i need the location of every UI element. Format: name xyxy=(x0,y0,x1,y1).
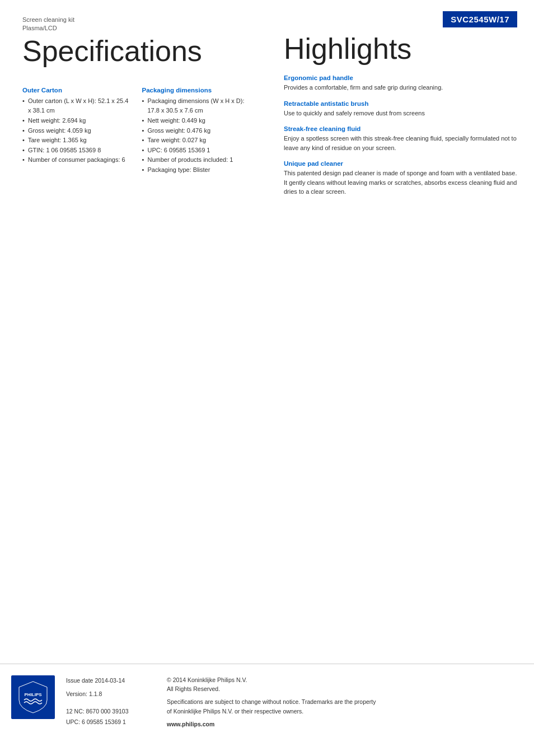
rights-text: All Rights Reserved. xyxy=(167,685,220,692)
outer-carton-col: Outer Carton Outer carton (L x W x H): 5… xyxy=(22,79,131,175)
list-item: Nett weight: 0.449 kg xyxy=(142,116,251,126)
outer-carton-heading: Outer Carton xyxy=(22,87,131,94)
product-line2: Plasma/LCD xyxy=(22,25,57,31)
list-item: Packaging dimensions (W x H x D): 17.8 x… xyxy=(142,96,251,116)
top-section: Screen cleaning kit Plasma/LCD Specifica… xyxy=(0,0,534,216)
list-item: Packaging type: Blister xyxy=(142,165,251,175)
copyright-line: © 2014 Koninklijke Philips N.V. xyxy=(167,675,380,685)
website-link[interactable]: www.philips.com xyxy=(167,720,380,729)
packaging-dim-col: Packaging dimensions Packaging dimension… xyxy=(142,79,251,175)
highlight-item-1: Ergonomic pad handle Provides a comforta… xyxy=(284,74,517,92)
issue-date-value: 2014-03-14 xyxy=(95,677,125,684)
left-column: Screen cleaning kit Plasma/LCD Specifica… xyxy=(0,0,267,216)
highlight-heading-3: Streak-free cleaning fluid xyxy=(284,125,517,132)
version-value: 1.1.8 xyxy=(89,690,102,697)
nc-row: 12 NC: 8670 000 39103 xyxy=(66,706,150,717)
highlight-item-3: Streak-free cleaning fluid Enjoy a spotl… xyxy=(284,125,517,152)
page-wrapper: Screen cleaning kit Plasma/LCD Specifica… xyxy=(0,0,534,756)
upc-value: 6 09585 15369 1 xyxy=(82,718,126,725)
list-item: Number of consumer packagings: 6 xyxy=(22,155,131,165)
issue-label: Issue date xyxy=(66,677,93,684)
footer-dates: Issue date 2014-03-14 Version: 1.1.8 12 … xyxy=(66,675,150,728)
philips-logo-svg: PHILIPS xyxy=(16,680,50,714)
list-item: UPC: 6 09585 15369 1 xyxy=(142,146,251,156)
version-row: Version: 1.1.8 xyxy=(66,689,150,699)
list-item: Tare weight: 0.027 kg xyxy=(142,136,251,146)
list-item: Outer carton (L x W x H): 52.1 x 25.4 x … xyxy=(22,96,131,116)
highlight-text-3: Enjoy a spotless screen with this streak… xyxy=(284,134,517,152)
highlight-item-2: Retractable antistatic brush Use to quic… xyxy=(284,100,517,118)
footer-info: Issue date 2014-03-14 Version: 1.1.8 12 … xyxy=(66,675,380,729)
highlight-heading-2: Retractable antistatic brush xyxy=(284,100,517,107)
packaging-dim-heading: Packaging dimensions xyxy=(142,87,251,94)
specs-columns: Outer Carton Outer carton (L x W x H): 5… xyxy=(22,79,250,175)
nc-label: 12 NC: xyxy=(66,708,85,715)
highlight-heading-1: Ergonomic pad handle xyxy=(284,74,517,81)
highlight-item-4: Unique pad cleaner This patented design … xyxy=(284,160,517,197)
highlight-text-1: Provides a comfortable, firm and safe gr… xyxy=(284,83,517,92)
rights-line: All Rights Reserved. xyxy=(167,684,380,694)
product-line1: Screen cleaning kit xyxy=(22,16,74,23)
nc-value: 8670 000 39103 xyxy=(86,708,129,715)
upc-label: UPC: xyxy=(66,718,80,725)
upc-row: UPC: 6 09585 15369 1 xyxy=(66,717,150,727)
philips-logo: PHILIPS xyxy=(11,675,55,719)
highlight-text-2: Use to quickly and safely remove dust fr… xyxy=(284,109,517,118)
legal-text: Specifications are subject to change wit… xyxy=(167,697,380,716)
product-subtitle: Screen cleaning kit Plasma/LCD xyxy=(22,16,250,33)
list-item: Gross weight: 4.059 kg xyxy=(22,126,131,136)
version-label: Version: xyxy=(66,690,87,697)
highlight-heading-4: Unique pad cleaner xyxy=(284,160,517,167)
list-item: Number of products included: 1 xyxy=(142,155,251,165)
list-item: GTIN: 1 06 09585 15369 8 xyxy=(22,146,131,156)
list-item: Nett weight: 2.694 kg xyxy=(22,116,131,126)
footer: PHILIPS Issue date 2014-03-14 Version: 1… xyxy=(0,664,534,740)
highlights-title: Highlights xyxy=(284,34,517,63)
svg-text:PHILIPS: PHILIPS xyxy=(24,692,42,697)
copyright-text: © 2014 Koninklijke Philips N.V. xyxy=(167,676,247,683)
packaging-dim-list: Packaging dimensions (W x H x D): 17.8 x… xyxy=(142,96,251,175)
list-item: Tare weight: 1.365 kg xyxy=(22,136,131,146)
footer-legal: © 2014 Koninklijke Philips N.V. All Righ… xyxy=(167,675,380,729)
highlight-text-4: This patented design pad cleaner is made… xyxy=(284,169,517,197)
outer-carton-list: Outer carton (L x W x H): 52.1 x 25.4 x … xyxy=(22,96,131,165)
spec-title: Specifications xyxy=(22,36,250,66)
model-badge: SVC2545W/17 xyxy=(443,11,517,27)
issue-date-row: Issue date 2014-03-14 xyxy=(66,675,150,686)
right-column: SVC2545W/17 Highlights Ergonomic pad han… xyxy=(267,0,534,216)
list-item: Gross weight: 0.476 kg xyxy=(142,126,251,136)
